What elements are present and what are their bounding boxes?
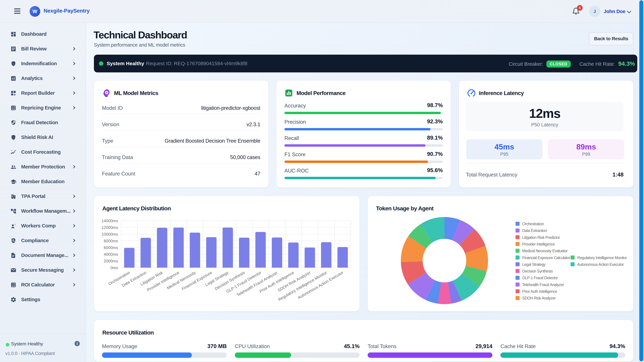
svg-text:8000ms: 8000ms bbox=[104, 239, 118, 243]
svg-text:2000ms: 2000ms bbox=[104, 259, 118, 263]
svg-text:Regulatory Intelligence Monito: Regulatory Intelligence Monitor bbox=[577, 256, 627, 260]
svg-text:GLP-1 Fraud Detector: GLP-1 Fraud Detector bbox=[522, 276, 558, 280]
svg-text:Litigation Risk Predictor: Litigation Risk Predictor bbox=[522, 235, 560, 240]
svg-text:Data Extraction: Data Extraction bbox=[522, 228, 547, 233]
svg-text:Prior Auth Intelligence: Prior Auth Intelligence bbox=[522, 289, 557, 294]
svg-text:10000ms: 10000ms bbox=[102, 232, 118, 237]
svg-text:Decision Synthesis: Decision Synthesis bbox=[522, 269, 553, 273]
svg-text:Legal Strategy: Legal Strategy bbox=[522, 262, 546, 267]
svg-text:Financial Exposure: Financial Exposure bbox=[181, 270, 213, 291]
svg-text:SDOH Risk Analyzer: SDOH Risk Analyzer bbox=[522, 296, 556, 300]
svg-text:Medical Necessity Evaluator: Medical Necessity Evaluator bbox=[522, 249, 568, 253]
svg-text:Provider Intelligence: Provider Intelligence bbox=[522, 242, 555, 246]
svg-text:Autonomous Action Executor: Autonomous Action Executor bbox=[577, 262, 624, 267]
svg-text:0ms: 0ms bbox=[110, 266, 118, 270]
svg-text:Telehealth Fraud Analyzer: Telehealth Fraud Analyzer bbox=[522, 283, 564, 287]
svg-text:14000ms: 14000ms bbox=[102, 219, 118, 223]
svg-text:Financial Exposure Calculator: Financial Exposure Calculator bbox=[522, 256, 570, 260]
svg-text:6000ms: 6000ms bbox=[104, 245, 118, 250]
svg-text:Orchestration: Orchestration bbox=[522, 222, 544, 226]
svg-text:12000ms: 12000ms bbox=[102, 225, 118, 230]
svg-text:4000ms: 4000ms bbox=[104, 252, 118, 257]
